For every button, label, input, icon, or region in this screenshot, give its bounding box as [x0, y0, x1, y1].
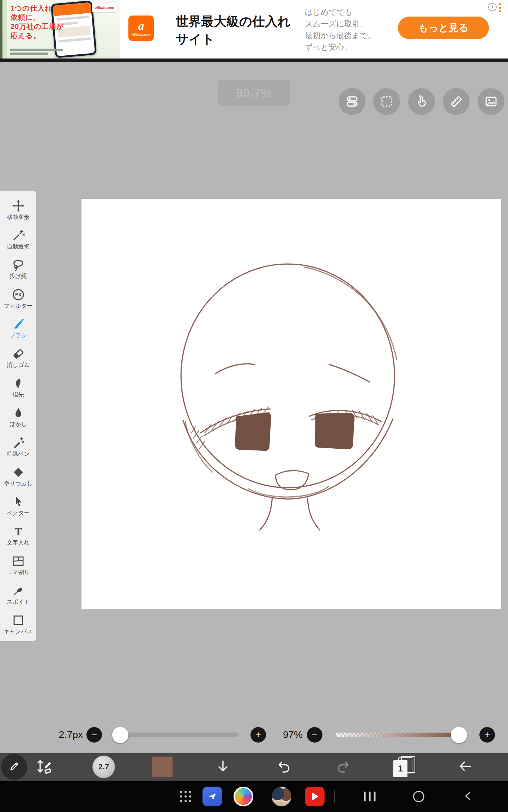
- creative-line: 1つの仕入れ: [11, 4, 64, 13]
- ad-headline: 世界最大級の仕入れ サイト: [176, 13, 303, 48]
- material-icon: [484, 94, 498, 109]
- recents-icon[interactable]: [364, 792, 376, 801]
- ad-menu-dots-icon[interactable]: [499, 3, 501, 12]
- panel-toggle-icon: [345, 94, 359, 109]
- creative-green-strip: [2, 0, 7, 59]
- pen-tool-icon: [7, 760, 21, 774]
- home-icon[interactable]: [413, 791, 424, 802]
- creative-line: 依頼に、: [11, 13, 64, 22]
- sidebar-item-blur[interactable]: ぼかし: [0, 401, 36, 431]
- redo-icon: [335, 770, 352, 776]
- color-swatch-button[interactable]: [152, 756, 173, 777]
- sidebar-item-smudge[interactable]: 指先: [0, 372, 36, 401]
- pen-tool-button[interactable]: [1, 754, 27, 780]
- opacity-increase-button[interactable]: +: [479, 727, 495, 743]
- brush-size-slider[interactable]: [111, 733, 238, 737]
- sidebar-item-eyedropper[interactable]: スポイト: [0, 579, 36, 609]
- bottom-toolbar: 2.7: [0, 753, 508, 781]
- touch-gesture-button[interactable]: [408, 88, 435, 115]
- opacity-slider[interactable]: [336, 733, 463, 737]
- ad-cta-button[interactable]: もっと見る: [398, 17, 489, 39]
- creative-footnote-text: [10, 49, 63, 56]
- app-grid-icon[interactable]: [180, 791, 191, 802]
- vector-icon: [11, 493, 25, 509]
- ruler-button[interactable]: [443, 88, 470, 115]
- auto-select-icon: [11, 227, 25, 242]
- creative-line: 応える。: [11, 31, 64, 40]
- svg-text:T: T: [14, 525, 22, 537]
- sidebar-item-fill[interactable]: 塗りつぶし: [0, 461, 36, 490]
- layers-button[interactable]: 1: [393, 756, 415, 778]
- opacity-decrease-button[interactable]: −: [307, 727, 322, 743]
- screen: 1つの仕入れ 依頼に、 20万社の工場が 応える。 Alibaba.com a …: [0, 0, 508, 812]
- blur-icon: [11, 405, 25, 420]
- brush-icon: [11, 316, 25, 331]
- back-arrow-icon: [457, 770, 473, 776]
- sidebar-item-panel-divide[interactable]: コマ割り: [0, 549, 36, 579]
- brush-eraser-toggle-button[interactable]: [35, 757, 54, 777]
- ad-headline-line1: 世界最大級の仕入れ: [176, 14, 291, 29]
- ad-info-icon[interactable]: i: [488, 3, 497, 11]
- svg-text:FX: FX: [15, 292, 22, 297]
- creative-line: 20万社の工場が: [11, 22, 64, 31]
- sidebar-item-eraser[interactable]: 消しゴム: [0, 342, 36, 372]
- brush-size-slider-knob[interactable]: [112, 727, 128, 743]
- ad-headline-line2: サイト: [176, 32, 215, 46]
- eraser-icon: [11, 345, 25, 361]
- sidebar-item-special-pen[interactable]: 特殊ペン: [0, 431, 36, 461]
- play-icon: [312, 793, 319, 800]
- material-button[interactable]: [478, 88, 504, 115]
- ad-body-text: はじめてでも スムーズに取引。 最初から最後まで、 ずっと安心。: [305, 6, 397, 53]
- sidebar-item-lasso[interactable]: 投げ縄: [0, 253, 36, 283]
- sidebar-item-move-transform[interactable]: 移動変形: [0, 194, 36, 224]
- layer-count-badge: 1: [393, 760, 407, 777]
- sidebar-item-vector[interactable]: ベクター: [0, 490, 36, 520]
- gallery-app-icon[interactable]: [272, 787, 291, 806]
- tool-sidebar: 移動変形 自動選択 投げ縄: [0, 191, 36, 641]
- opacity-value: 97%: [276, 729, 303, 740]
- sidebar-item-canvas[interactable]: キャンバス: [0, 609, 36, 638]
- alibaba-logo-label: Alibaba.com: [132, 33, 151, 36]
- back-to-gallery-button[interactable]: [457, 758, 473, 776]
- lasso-icon: [11, 257, 25, 272]
- smudge-icon: [11, 375, 25, 390]
- system-navbar: [0, 781, 508, 812]
- alibaba-mini-logo: Alibaba.com: [92, 4, 117, 12]
- sidebar-item-text[interactable]: T 文字入れ: [0, 520, 36, 549]
- drawing-canvas[interactable]: [81, 199, 501, 609]
- text-icon: T: [11, 523, 25, 539]
- sidebar-item-filter[interactable]: FX フィルター: [0, 283, 36, 313]
- creative-headline: 1つの仕入れ 依頼に、 20万社の工場が 応える。: [11, 4, 64, 40]
- alibaba-logo-mark: a: [138, 20, 144, 32]
- sidebar-item-auto-select[interactable]: 自動選択: [0, 224, 36, 253]
- panel-toggle-button[interactable]: [339, 88, 365, 115]
- ibispaint-app-icon[interactable]: [234, 787, 253, 806]
- ad-creative-image[interactable]: 1つの仕入れ 依頼に、 20万社の工場が 応える。 Alibaba.com: [0, 0, 120, 59]
- filter-fx-icon: FX: [11, 286, 25, 302]
- alibaba-logo: a Alibaba.com: [128, 16, 154, 41]
- ad-banner[interactable]: 1つの仕入れ 依頼に、 20万社の工場が 応える。 Alibaba.com a …: [0, 0, 508, 59]
- collapse-toolbar-button[interactable]: [215, 758, 231, 776]
- youtube-app-icon[interactable]: [305, 787, 325, 806]
- selection-button[interactable]: [373, 88, 400, 115]
- back-icon[interactable]: [462, 790, 474, 803]
- canvas-sketch: [81, 199, 501, 609]
- brush-eraser-toggle-icon: [35, 772, 54, 777]
- opacity-slider-knob[interactable]: [451, 727, 467, 743]
- brush-size-increase-button[interactable]: +: [250, 727, 266, 743]
- brush-size-decrease-button[interactable]: −: [86, 727, 102, 743]
- undo-button[interactable]: [276, 758, 292, 776]
- ad-info-controls[interactable]: i: [488, 3, 501, 12]
- ruler-icon: [449, 94, 464, 109]
- creative-edge-strip: [0, 0, 2, 59]
- zoom-indicator: 90.7%: [218, 80, 290, 106]
- canvas-icon: [11, 612, 25, 627]
- touch-icon: [414, 94, 429, 109]
- blue-app-icon[interactable]: [202, 787, 222, 806]
- brush-size-value: 2.7px: [53, 729, 83, 740]
- redo-button[interactable]: [335, 758, 352, 776]
- brush-preview-button[interactable]: 2.7: [92, 756, 115, 778]
- move-transform-icon: [11, 197, 25, 213]
- sidebar-item-brush[interactable]: ブラシ: [0, 313, 36, 342]
- down-arrow-icon: [215, 770, 231, 776]
